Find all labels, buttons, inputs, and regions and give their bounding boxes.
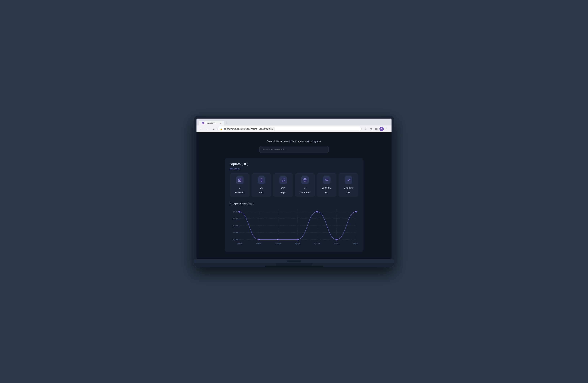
svg-text:{ }: { } — [261, 179, 262, 181]
exercise-name: Squats (HE) — [230, 162, 358, 166]
stat-card-pr: 275 lbsPR — [338, 173, 358, 197]
tab-label: Exercises — [206, 122, 215, 124]
locations-label: Locations — [300, 191, 310, 194]
workouts-value: 7 — [239, 186, 240, 189]
svg-point-31 — [258, 239, 259, 240]
pl-icon — [323, 176, 331, 184]
progression-chart: 276 lbs.273 lbs.270 lbs.267 lbs.264 lbs.… — [230, 208, 358, 248]
extension-button[interactable]: ◻ — [369, 127, 373, 131]
svg-point-30 — [238, 211, 240, 212]
search-input[interactable] — [259, 146, 329, 153]
stats-grid: 7Workouts{ }20Sets104Reps3Locations245 l… — [230, 173, 358, 197]
svg-text:276 lbs.: 276 lbs. — [233, 211, 239, 213]
page-title: Search for an exercise to view your prog… — [267, 140, 321, 143]
sets-icon: { } — [258, 176, 265, 184]
toolbar-actions: ☆ ◻ ◫ A ⋮ — [363, 127, 389, 131]
sets-label: Sets — [259, 191, 264, 194]
chart-section: Progression Chart 276 lbs.273 lbs.270 lb… — [230, 202, 358, 248]
svg-point-35 — [336, 239, 337, 240]
back-button[interactable]: ← — [199, 127, 203, 131]
svg-text:7/29/24: 7/29/24 — [275, 243, 281, 245]
browser-chrome: S Exercises × + ← → ↻ 🔒 splitv1.vercel.a… — [196, 118, 392, 133]
svg-rect-0 — [238, 179, 241, 181]
locations-icon — [301, 176, 309, 184]
svg-rect-4 — [239, 180, 239, 181]
pl-label: PL — [325, 191, 328, 194]
pr-label: PR — [347, 191, 350, 194]
stat-card-locations: 3Locations — [295, 173, 315, 197]
refresh-button[interactable]: ↻ — [211, 127, 216, 131]
address-url: splitv1.vercel.app/exercises?name=Squats… — [224, 128, 274, 130]
stat-card-workouts: 7Workouts — [230, 173, 250, 197]
laptop-shell: S Exercises × + ← → ↻ 🔒 splitv1.vercel.a… — [193, 116, 395, 267]
browser-tab[interactable]: S Exercises × — [199, 121, 224, 125]
new-tab-button[interactable]: + — [224, 120, 230, 125]
star-button[interactable]: ☆ — [363, 127, 368, 131]
laptop-notch — [287, 260, 301, 262]
browser-topbar: S Exercises × + — [196, 118, 392, 125]
svg-point-32 — [277, 239, 279, 240]
stat-card-pl: 245 lbsPL — [317, 173, 336, 197]
browser-toolbar: ← → ↻ 🔒 splitv1.vercel.app/exercises?nam… — [196, 125, 392, 133]
lock-icon: 🔒 — [220, 128, 223, 130]
svg-text:273 lbs.: 273 lbs. — [233, 218, 239, 220]
workouts-label: Workouts — [235, 191, 245, 194]
laptop-screen: S Exercises × + ← → ↻ 🔒 splitv1.vercel.a… — [196, 118, 392, 259]
chart-title: Progression Chart — [230, 202, 358, 205]
svg-point-34 — [316, 211, 318, 212]
stat-card-reps: 104Reps — [273, 173, 293, 197]
sets-value: 20 — [260, 186, 263, 189]
svg-text:8/11/24: 8/11/24 — [315, 243, 320, 245]
tab-area: S Exercises × + — [199, 120, 230, 125]
pr-value: 275 lbs — [344, 186, 353, 189]
locations-value: 3 — [304, 186, 306, 189]
svg-text:270 lbs.: 270 lbs. — [233, 225, 239, 227]
svg-text:8/22/24: 8/22/24 — [353, 243, 358, 245]
page-content: Search for an exercise to view your prog… — [196, 133, 392, 259]
svg-text:7/25/24: 7/25/24 — [256, 243, 261, 245]
tab-close-button[interactable]: × — [220, 122, 221, 124]
user-avatar[interactable]: A — [379, 127, 384, 131]
reps-icon — [279, 176, 287, 184]
svg-text:8/19/24: 8/19/24 — [334, 243, 339, 245]
laptop-foot — [265, 266, 323, 267]
forward-button[interactable]: → — [205, 127, 210, 131]
address-bar[interactable]: 🔒 splitv1.vercel.app/exercises?name=Squa… — [217, 127, 361, 131]
reps-value: 104 — [281, 186, 285, 189]
tab-favicon: S — [202, 122, 204, 124]
stat-card-sets: { }20Sets — [252, 173, 271, 197]
laptop-stand — [276, 263, 312, 266]
svg-text:267 lbs.: 267 lbs. — [233, 232, 239, 234]
edit-name-link[interactable]: Edit Name — [230, 167, 240, 170]
svg-point-36 — [355, 211, 357, 212]
svg-text:264 lbs.: 264 lbs. — [233, 239, 239, 241]
exercise-card: Squats (HE) Edit Name 7Workouts{ }20Sets… — [225, 158, 363, 252]
workouts-icon — [236, 176, 244, 184]
svg-text:7/22/24: 7/22/24 — [236, 243, 242, 245]
menu-button[interactable]: ⋮ — [385, 127, 389, 131]
extension-button-2[interactable]: ◫ — [374, 127, 379, 131]
laptop-base — [194, 259, 394, 263]
svg-point-6 — [304, 179, 305, 180]
pr-icon — [345, 176, 352, 184]
reps-label: Reps — [280, 191, 286, 194]
pl-value: 245 lbs — [322, 186, 331, 189]
svg-point-33 — [297, 239, 298, 240]
svg-text:8/6/24: 8/6/24 — [295, 243, 300, 245]
chart-container: 276 lbs.273 lbs.270 lbs.267 lbs.264 lbs.… — [230, 208, 358, 248]
